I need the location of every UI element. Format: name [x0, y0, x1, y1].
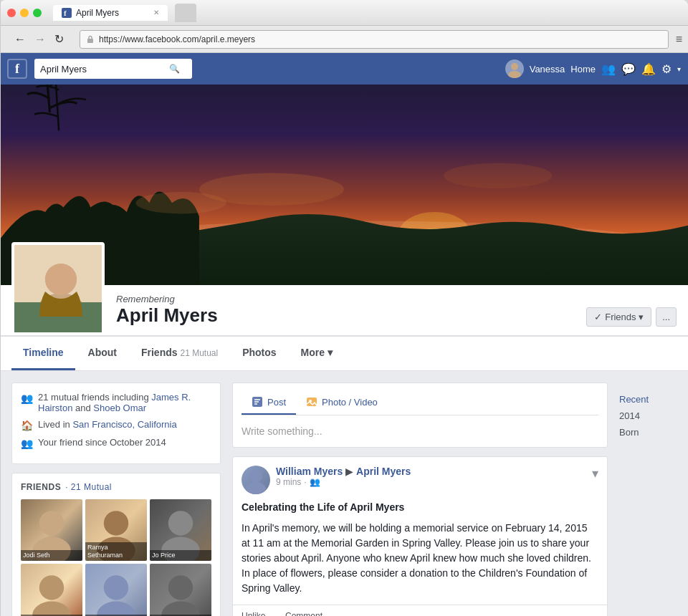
timeline-2014[interactable]: 2014: [619, 410, 677, 421]
unlike-button[interactable]: Unlike: [242, 611, 265, 616]
svg-point-17: [39, 511, 64, 535]
tab-photo-video[interactable]: Photo / Video: [296, 390, 388, 415]
facebook-search-bar[interactable]: 🔍: [34, 59, 192, 79]
comment-button-william[interactable]: Comment: [285, 611, 322, 616]
maximize-button[interactable]: [33, 9, 42, 17]
tab-close-icon[interactable]: ✕: [153, 9, 159, 16]
two-columns: 👥 21 mutual friends including James R. H…: [0, 371, 688, 616]
svg-point-24: [32, 602, 71, 616]
facebook-content: Remembering April Myers ✓ ✓ Friends Frie…: [0, 85, 688, 616]
timeline-born[interactable]: Born: [619, 427, 677, 438]
friend-ramya[interactable]: Ramya Sethuraman: [85, 499, 147, 561]
timeline-sidebar: Recent 2014 Born: [619, 382, 677, 616]
settings-icon[interactable]: ⚙: [661, 62, 672, 76]
friend-jodi[interactable]: Jodi Seth: [21, 499, 82, 561]
post-author-william: William Myers ▶ April Myers: [276, 466, 586, 477]
browser-tab[interactable]: f April Myers ✕: [53, 5, 168, 21]
privacy-friends-icon: 👥: [310, 477, 320, 487]
composer-input[interactable]: Write something...: [242, 423, 598, 440]
post-author-info-william: William Myers ▶ April Myers 9 mins · 👥: [276, 466, 586, 487]
minimize-button[interactable]: [20, 9, 29, 17]
svg-point-21: [168, 511, 193, 535]
browser-toolbar: ← → ↻ https://www.facebook.com/april.e.m…: [0, 26, 688, 53]
notifications-icon[interactable]: 🔔: [641, 62, 656, 76]
svg-point-27: [168, 575, 193, 600]
tab-post[interactable]: Post: [242, 390, 296, 415]
forward-button[interactable]: →: [32, 32, 49, 47]
address-bar[interactable]: https://www.facebook.com/april.e.meyers: [80, 30, 669, 49]
browser-menu-icon[interactable]: ≡: [676, 33, 682, 46]
post-body-william: Celebrating the Life of April Myers In A…: [233, 500, 607, 605]
user-name[interactable]: Vanessa: [530, 64, 565, 74]
tab-more[interactable]: More ▾: [290, 337, 344, 370]
messages-icon[interactable]: 💬: [621, 62, 636, 76]
timeline-line: [0, 0, 1, 616]
svg-point-25: [104, 575, 128, 600]
close-button[interactable]: [7, 9, 16, 17]
search-icon: 🔍: [169, 64, 180, 74]
url-text: https://www.facebook.com/april.e.meyers: [99, 34, 255, 44]
friend-since-icon: 👥: [21, 438, 32, 449]
april-link-post1[interactable]: April Myers: [356, 466, 411, 477]
svg-point-4: [508, 71, 521, 78]
more-actions-button[interactable]: ...: [656, 307, 677, 327]
tab-about[interactable]: About: [77, 337, 128, 370]
friends-label: FRIENDS: [21, 482, 61, 492]
profile-picture: [11, 242, 105, 335]
photo-icon: [306, 396, 317, 408]
user-avatar[interactable]: [505, 59, 524, 78]
post-text-william: In April's memory, we will be holding a …: [242, 521, 598, 596]
post-william: William Myers ▶ April Myers 9 mins · 👥: [232, 456, 608, 616]
svg-point-28: [161, 602, 200, 616]
profile-image: [14, 245, 105, 335]
svg-point-26: [97, 602, 135, 616]
tab-timeline[interactable]: Timeline: [11, 337, 75, 370]
info-widget: 👥 21 mutual friends including James R. H…: [11, 382, 221, 464]
tab-title: April Myers: [76, 8, 119, 18]
home-nav-button[interactable]: Home: [570, 64, 596, 74]
svg-rect-2: [87, 39, 93, 43]
profile-info: Remembering April Myers: [116, 294, 586, 335]
city-link[interactable]: San Francisco, California: [72, 419, 176, 430]
friend-name-ramya: Ramya Sethuraman: [85, 542, 147, 561]
new-tab-button[interactable]: [175, 4, 196, 22]
friend-arvi[interactable]: Arvi Raquel-Santos: [21, 564, 82, 616]
timeline-recent[interactable]: Recent: [619, 394, 677, 405]
post-tab-label: Post: [267, 397, 286, 408]
svg-point-3: [511, 63, 518, 70]
friend-james[interactable]: James R. Hairston: [150, 564, 211, 616]
friend-name-jodi: Jodi Seth: [21, 550, 82, 561]
facebook-tab-icon: f: [62, 8, 72, 18]
refresh-button[interactable]: ↻: [52, 31, 67, 47]
lived-in-info: 🏠 Lived in San Francisco, California: [21, 419, 211, 431]
back-button[interactable]: ←: [11, 32, 29, 47]
main-content: Remembering April Myers ✓ ✓ Friends Frie…: [0, 85, 688, 616]
svg-point-19: [104, 511, 128, 535]
browser-frame: f April Myers ✕ ← → ↻ https://www.facebo…: [0, 0, 688, 616]
mutual-friends-info: 👥 21 mutual friends including James R. H…: [21, 392, 211, 413]
shoeb-link[interactable]: Shoeb Omar: [93, 403, 146, 413]
post-time-william: 9 mins · 👥: [276, 477, 586, 487]
header-right: Vanessa Home 👥 💬 🔔 ⚙ ▾: [505, 59, 681, 78]
browser-titlebar: f April Myers ✕: [0, 0, 688, 26]
remembering-label: Remembering: [116, 294, 586, 304]
profile-actions: ✓ ✓ Friends Friends ▾ ...: [586, 307, 677, 335]
tab-friends[interactable]: Friends 21 Mutual: [130, 337, 229, 370]
friend-jo[interactable]: Jo Price: [150, 499, 211, 561]
friends-button[interactable]: ✓ ✓ Friends Friends ▾: [586, 307, 651, 327]
friends-icon[interactable]: 👥: [601, 62, 616, 76]
post-composer: Post Photo / Video Writ: [232, 382, 608, 448]
profile-section: Remembering April Myers ✓ ✓ Friends Frie…: [0, 285, 688, 336]
friends-widget: FRIENDS · 21 Mutual Jodi Seth Ramya Seth…: [11, 473, 221, 616]
tab-photos[interactable]: Photos: [231, 337, 287, 370]
avatar-william: [242, 466, 270, 494]
friend-valerie[interactable]: Valerie Chao: [85, 564, 147, 616]
search-input[interactable]: [40, 64, 169, 74]
post-dropdown-william[interactable]: ▾: [592, 466, 598, 481]
mutual-friends-icon: 👥: [21, 393, 32, 404]
facebook-logo[interactable]: f: [7, 59, 27, 79]
settings-dropdown-icon[interactable]: ▾: [677, 65, 681, 73]
facebook-header: f 🔍 Vanessa Home 👥 💬 🔔 ⚙ ▾: [0, 53, 688, 85]
william-link[interactable]: William Myers: [276, 466, 343, 477]
svg-text:f: f: [64, 9, 67, 17]
